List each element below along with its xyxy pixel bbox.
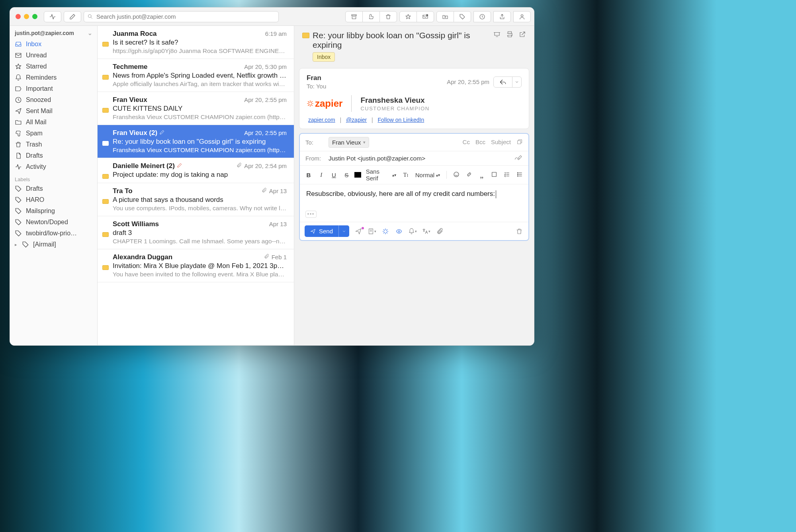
discard-icon[interactable] (515, 228, 524, 235)
account-button[interactable] (513, 11, 531, 22)
bold-button[interactable]: B (304, 172, 313, 178)
italic-button[interactable]: I (317, 172, 326, 178)
present-icon[interactable] (493, 31, 501, 39)
sig-link-site[interactable]: zapier.com (308, 117, 335, 123)
compose-body[interactable]: Resubscribe, obviously, here are all of … (300, 184, 528, 208)
message-row[interactable]: Juanma Roca 6:19 amIs it secret? Is it s… (98, 26, 294, 59)
attach-icon[interactable] (435, 228, 444, 235)
numbered-list-button[interactable] (502, 171, 512, 179)
message-time: Apr 20, 2:55 pm (244, 96, 287, 103)
search-field[interactable] (84, 11, 279, 22)
label-item[interactable]: HARO (10, 194, 97, 205)
ai-icon[interactable] (381, 228, 390, 235)
text-size-icon[interactable]: TI (401, 172, 411, 178)
tag-icon (15, 196, 22, 203)
unread-button[interactable] (417, 11, 434, 22)
reminder-icon[interactable]: ▾ (408, 228, 417, 235)
star-button[interactable] (399, 11, 417, 22)
svg-point-3 (426, 14, 428, 16)
color-swatch[interactable] (354, 172, 361, 178)
folder-icon (102, 141, 109, 146)
label-item[interactable]: Mailspring (10, 205, 97, 217)
quote-button[interactable]: „ (477, 173, 487, 177)
code-button[interactable] (489, 171, 499, 179)
message-row[interactable]: Fran Vieux Apr 20, 2:55 pmCUTE KITTENS D… (98, 92, 294, 125)
sidebar-item-label: Snoozed (26, 96, 51, 104)
sidebar-item-important[interactable]: Important (10, 83, 97, 94)
sidebar-item-drafts[interactable]: Drafts (10, 150, 97, 161)
message-sender: Fran Vieux (2) (113, 129, 165, 137)
label-item[interactable]: Newton/Doped (10, 217, 97, 228)
sidebar-item-spam[interactable]: Spam (10, 128, 97, 139)
svg-rect-6 (16, 53, 21, 58)
strike-button[interactable]: S (342, 172, 351, 178)
signature-name: Fransheska Vieux (360, 96, 429, 105)
send-button[interactable]: Send (305, 225, 349, 237)
emoji-button[interactable] (452, 171, 461, 179)
sidebar-item-snoozed[interactable]: Snoozed (10, 94, 97, 106)
trash-button[interactable] (379, 11, 397, 22)
sidebar-item-inbox[interactable]: Inbox (10, 39, 97, 50)
open-external-icon[interactable] (519, 31, 526, 39)
sidebar-item-all-mail[interactable]: All Mail (10, 117, 97, 128)
svg-rect-8 (495, 33, 499, 36)
sidebar-item-activity[interactable]: Activity (10, 161, 97, 172)
archive-button[interactable] (345, 11, 363, 22)
label-item[interactable]: Drafts (10, 183, 97, 194)
spam-button[interactable] (362, 11, 380, 22)
send-menu-button[interactable] (338, 225, 349, 237)
bcc-button[interactable]: Bcc (475, 139, 485, 146)
share-button[interactable] (493, 11, 511, 22)
cc-button[interactable]: Cc (463, 139, 470, 146)
message-row[interactable]: Techmeme Apr 20, 5:30 pmNews from Apple'… (98, 59, 294, 92)
expand-quoted-button[interactable]: ••• (305, 211, 317, 218)
signature-pen-icon[interactable] (514, 155, 523, 162)
sidebar-item-sent-mail[interactable]: Sent Mail (10, 106, 97, 117)
font-size-select[interactable]: Normal ▴▾ (414, 172, 442, 178)
message-row[interactable]: Fran Vieux (2) Apr 20, 2:55 pmRe: your l… (98, 125, 294, 158)
label-item[interactable]: twobird/low-prio… (10, 228, 97, 239)
message-row[interactable]: Scott Williams Apr 13draft 3CHAPTER 1 Lo… (98, 216, 294, 249)
label-button[interactable] (454, 11, 471, 22)
message-list: Juanma Roca 6:19 amIs it secret? Is it s… (98, 26, 294, 345)
folder-icon (102, 174, 109, 179)
message-row[interactable]: Tra To Apr 13A picture that says a thous… (98, 183, 294, 216)
activity-icon[interactable] (44, 11, 61, 22)
print-icon[interactable] (506, 31, 513, 39)
reply-menu-button[interactable] (512, 76, 522, 88)
message-row[interactable]: Danielle Meinert (2) Apr 20, 2:54 pmProj… (98, 158, 294, 183)
account-header[interactable]: justin.pot@zapier.com ⌄ (10, 30, 97, 39)
from-value[interactable]: Justin Pot <justin.pot@zapier.com> (329, 155, 425, 162)
link-button[interactable] (464, 171, 474, 179)
underline-button[interactable]: U (329, 172, 339, 178)
subject-button[interactable]: Subject (491, 139, 511, 146)
read-receipt-icon[interactable] (395, 228, 403, 235)
bullet-list-button[interactable] (515, 171, 524, 179)
template-icon[interactable]: ▾ (368, 228, 376, 235)
zoom-window[interactable] (32, 14, 37, 19)
compose-button[interactable] (64, 11, 81, 22)
popout-icon[interactable] (516, 139, 523, 146)
app-window: justin.pot@zapier.com ⌄ InboxUnreadStarr… (10, 7, 534, 346)
sidebar-item-reminders[interactable]: Reminders (10, 72, 97, 83)
search-input[interactable] (96, 13, 275, 20)
sidebar-item-trash[interactable]: Trash (10, 139, 97, 150)
close-window[interactable] (16, 14, 21, 19)
translate-icon[interactable]: ▾ (422, 228, 430, 235)
message-row[interactable]: Alexandra Duggan Feb 1Invitation: Mira X… (98, 249, 294, 282)
window-controls (13, 14, 41, 19)
minimize-window[interactable] (24, 14, 29, 19)
label-item[interactable]: ▸[Airmail] (10, 239, 97, 250)
signature-links: zapier.com | @zapier | Follow on LinkedI… (307, 117, 522, 123)
sig-link-linkedin[interactable]: Follow on LinkedIn (377, 117, 424, 123)
label-text: HARO (26, 196, 44, 203)
font-family-select[interactable]: Sans Serif ▴▾ (364, 168, 398, 182)
to-chip[interactable]: Fran Vieux ▾ (329, 137, 369, 148)
reply-button[interactable] (493, 76, 512, 88)
sig-link-twitter[interactable]: @zapier (346, 117, 367, 123)
sidebar-item-unread[interactable]: Unread (10, 50, 97, 61)
snooze-button[interactable] (473, 11, 491, 22)
move-button[interactable] (436, 11, 454, 22)
sidebar-item-starred[interactable]: Starred (10, 61, 97, 72)
tracking-icon[interactable] (354, 228, 363, 235)
